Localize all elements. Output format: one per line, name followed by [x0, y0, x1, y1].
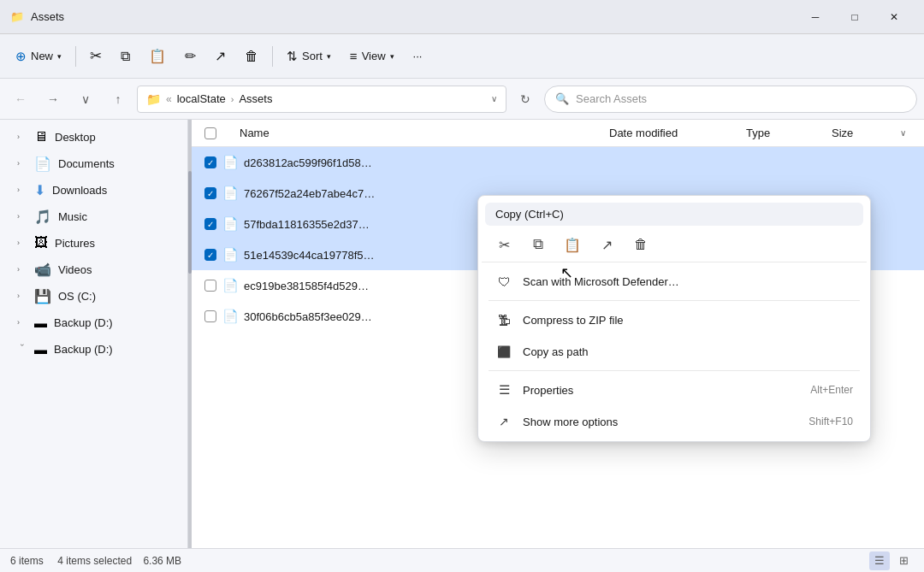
forward-button[interactable]: → — [39, 86, 67, 113]
view-label: View — [362, 50, 386, 62]
list-view-button[interactable]: ☰ — [869, 551, 890, 570]
row-checkbox[interactable]: ✓ — [198, 156, 222, 168]
ctx-properties-item[interactable]: ☰ Properties Alt+Enter — [485, 374, 863, 405]
row-checkbox[interactable] — [198, 310, 222, 322]
copy-icon: ⧉ — [533, 236, 543, 253]
close-button[interactable]: ✕ — [874, 3, 914, 31]
chevron-right-icon: › — [17, 159, 27, 168]
address-path[interactable]: 📁 « localState › Assets ∨ — [137, 86, 506, 113]
ctx-compress-label: Compress to ZIP file — [523, 314, 853, 327]
context-copy-header[interactable]: Copy (Ctrl+C) — [485, 203, 863, 226]
selected-count: 4 items selected — [57, 555, 132, 567]
delete-icon: 🗑 — [245, 49, 258, 64]
col-expand-btn[interactable]: ∨ — [900, 128, 917, 138]
sidebar-item-music[interactable]: › 🎵 Music — [3, 203, 184, 229]
address-bar: ← → ∨ ↑ 📁 « localState › Assets ∨ ↻ 🔍 Se… — [0, 79, 924, 120]
sidebar-scrollbar-thumb[interactable] — [188, 171, 192, 274]
sort-label: Sort — [302, 50, 323, 62]
rename-button[interactable]: ✏ — [176, 41, 204, 72]
ctx-divider-2 — [489, 370, 860, 371]
ctx-delete-button[interactable]: 🗑 — [625, 231, 656, 258]
empty-checkbox[interactable] — [204, 310, 216, 322]
context-menu: Copy (Ctrl+C) ✂ ⧉ 📋 ↗ 🗑 🛡 Scan with Micr… — [477, 195, 871, 442]
search-placeholder: Search Assets — [576, 92, 647, 105]
delete-button[interactable]: 🗑 — [236, 41, 267, 72]
sidebar-item-downloads[interactable]: › ⬇ Downloads — [3, 177, 184, 203]
ctx-share-button[interactable]: ↗ — [591, 231, 622, 258]
title-bar-left: 📁 Assets — [10, 10, 64, 24]
ctx-cut-button[interactable]: ✂ — [489, 231, 519, 258]
checkmark-icon: ✓ — [207, 220, 214, 229]
cut-icon: ✂ — [499, 237, 510, 253]
ctx-copypath-item[interactable]: ⬛ Copy as path — [485, 336, 863, 367]
file-icon: 📄 — [222, 247, 239, 262]
copy-tooltip-text: Copy (Ctrl+C) — [495, 208, 564, 221]
col-name-header[interactable]: Name — [222, 127, 609, 139]
row-checkbox[interactable]: ✓ — [198, 187, 222, 199]
view-button[interactable]: ≡ View ▾ — [341, 41, 403, 72]
more-button[interactable]: ··· — [405, 41, 431, 72]
row-checkbox[interactable] — [198, 280, 222, 292]
path-localstate: localState — [177, 92, 226, 105]
ctx-scan-item[interactable]: 🛡 Scan with Microsoft Defender… — [485, 266, 863, 297]
row-checkbox[interactable]: ✓ — [198, 249, 222, 261]
ctx-paste-button[interactable]: 📋 — [557, 231, 588, 258]
path-dropdown-icon[interactable]: ∨ — [491, 94, 497, 103]
up-button[interactable]: ↑ — [104, 86, 132, 113]
sidebar-item-desktop[interactable]: › 🖥 Desktop — [3, 124, 184, 150]
file-icon: 📄 — [222, 186, 239, 201]
sidebar-item-documents[interactable]: › 📄 Documents — [3, 150, 184, 176]
file-icon: 📄 — [222, 309, 239, 324]
new-button[interactable]: ⊕ New ▾ — [7, 41, 70, 72]
ctx-moreoptions-item[interactable]: ↗ Show more options Shift+F10 — [485, 406, 863, 437]
empty-checkbox[interactable] — [204, 280, 216, 292]
col-size-header[interactable]: Size — [832, 127, 900, 139]
copy-button[interactable]: ⧉ — [112, 41, 139, 72]
sidebar-item-videos[interactable]: › 📹 Videos — [3, 257, 184, 282]
pictures-icon: 🖼 — [34, 235, 48, 251]
chevron-right-icon: › — [17, 186, 27, 194]
sidebar-item-backup-d-2[interactable]: › ▬ Backup (D:) — [3, 336, 184, 362]
minimize-button[interactable]: ─ — [796, 3, 835, 31]
select-all-check[interactable] — [198, 127, 222, 139]
cut-button[interactable]: ✂ — [81, 41, 110, 72]
refresh-button[interactable]: ↻ — [512, 86, 539, 113]
row-checkbox[interactable]: ✓ — [198, 218, 222, 230]
grid-view-button[interactable]: ⊞ — [893, 551, 914, 570]
shield-icon: 🛡 — [495, 273, 512, 290]
status-bar: 6 items 4 items selected 6.36 MB ☰ ⊞ — [0, 548, 924, 572]
sidebar-item-os-c[interactable]: › 💾 OS (C:) — [3, 283, 184, 309]
context-icon-row: ✂ ⧉ 📋 ↗ 🗑 — [482, 227, 867, 262]
sort-icon: ⇅ — [287, 49, 298, 64]
sidebar-item-pictures[interactable]: › 🖼 Pictures — [3, 230, 184, 256]
toolbar-sep-2 — [272, 46, 273, 67]
sort-button[interactable]: ⇅ Sort ▾ — [278, 41, 340, 72]
sidebar-scrollbar[interactable] — [188, 120, 192, 548]
new-plus-icon: ⊕ — [15, 49, 27, 64]
header-checkbox[interactable] — [204, 127, 216, 139]
checkmark-icon: ✓ — [207, 189, 214, 198]
file-icon: 📄 — [222, 278, 239, 293]
sidebar-item-label: Desktop — [55, 131, 96, 144]
documents-icon: 📄 — [34, 156, 51, 172]
search-box[interactable]: 🔍 Search Assets — [544, 86, 917, 113]
table-row[interactable]: ✓ 📄 d263812ac599f96f1d58… — [192, 147, 924, 178]
ctx-copy-button[interactable]: ⧉ — [523, 231, 554, 258]
column-headers: Name Date modified Type Size ∨ — [192, 120, 924, 147]
share-button[interactable]: ↗ — [206, 41, 234, 72]
sidebar-item-backup-d[interactable]: › ▬ Backup (D:) — [3, 310, 184, 335]
backup-d-2-icon: ▬ — [34, 342, 47, 357]
col-type-header[interactable]: Type — [746, 127, 832, 139]
recent-locations-button[interactable]: ∨ — [72, 86, 99, 113]
col-date-header[interactable]: Date modified — [609, 127, 746, 139]
back-button[interactable]: ← — [7, 86, 34, 113]
paste-button[interactable]: 📋 — [140, 41, 175, 72]
ctx-compress-item[interactable]: 🗜 Compress to ZIP file — [485, 304, 863, 335]
maximize-button[interactable]: □ — [835, 3, 874, 31]
os-c-icon: 💾 — [34, 288, 51, 304]
sidebar-item-label: Music — [58, 210, 87, 223]
view-toggle: ☰ ⊞ — [869, 551, 914, 570]
ctx-divider-1 — [489, 300, 860, 301]
sidebar-item-label: Pictures — [55, 237, 95, 250]
sidebar-item-label: Backup (D:) — [54, 316, 113, 329]
